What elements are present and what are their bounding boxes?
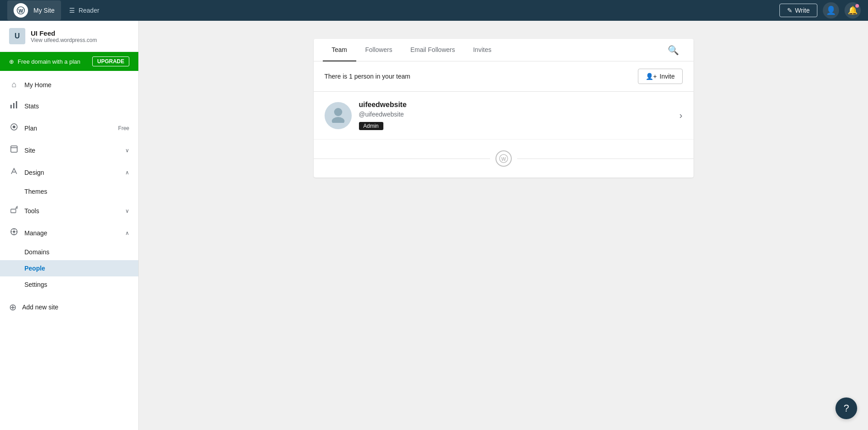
nav-reader-label: Reader — [79, 7, 99, 14]
sidebar-item-themes[interactable]: Themes — [0, 183, 138, 200]
help-button[interactable]: ? — [835, 397, 857, 419]
add-new-site[interactable]: ⊕ Add new site — [0, 296, 138, 318]
search-button[interactable]: 🔍 — [662, 39, 684, 61]
plan-badge: Free — [118, 125, 129, 131]
tools-icon — [9, 205, 19, 216]
nav-my-site[interactable]: W My Site — [7, 0, 61, 20]
footer-separator: W — [314, 140, 693, 178]
add-person-icon: 👤+ — [646, 73, 657, 80]
tab-team[interactable]: Team — [323, 39, 356, 61]
write-icon: ✎ — [787, 7, 793, 14]
help-icon: ? — [844, 402, 849, 414]
nav-reader[interactable]: ☰ Reader — [63, 4, 106, 17]
tab-invites-label: Invites — [473, 46, 491, 53]
avatar-button[interactable]: 👤 — [823, 2, 839, 19]
member-name: uifeedwebsite — [359, 101, 679, 109]
site-nav-icon — [9, 145, 19, 156]
svg-rect-9 — [11, 209, 16, 213]
sidebar-plan-label: Plan — [24, 125, 113, 132]
svg-point-17 — [332, 117, 344, 123]
sidebar-item-settings[interactable]: Settings — [0, 276, 138, 293]
domains-label: Domains — [24, 248, 49, 256]
nav-my-site-label: My Site — [33, 7, 55, 14]
sidebar: U UI Feed View uifeed.wordpress.com ⊕ Fr… — [0, 21, 139, 430]
svg-point-16 — [334, 108, 342, 116]
team-count-text: There is 1 person in your team — [325, 73, 410, 80]
member-role-badge: Admin — [359, 122, 383, 130]
upgrade-button[interactable]: UPGRADE — [92, 56, 129, 66]
top-nav-left: W My Site ☰ Reader — [7, 0, 106, 20]
manage-chevron-icon: ∧ — [125, 230, 129, 236]
avatar-person-icon — [329, 105, 347, 126]
tab-email-followers-label: Email Followers — [410, 46, 455, 53]
member-info: uifeedwebsite @uifeedwebsite Admin — [359, 101, 679, 130]
add-site-icon: ⊕ — [9, 302, 17, 313]
reader-icon: ☰ — [69, 7, 75, 14]
member-row[interactable]: uifeedwebsite @uifeedwebsite Admin › — [314, 92, 693, 140]
svg-text:W: W — [501, 156, 506, 162]
sidebar-item-site[interactable]: Site ∨ — [0, 139, 138, 161]
tools-chevron-icon: ∨ — [125, 208, 129, 214]
team-info-bar: There is 1 person in your team 👤+ Invite — [314, 61, 693, 92]
upgrade-banner-text: Free domain with a plan — [18, 58, 80, 65]
member-avatar — [325, 102, 352, 129]
svg-rect-3 — [13, 103, 14, 108]
tab-team-label: Team — [332, 46, 347, 53]
domain-icon: ⊕ — [9, 58, 14, 65]
sep-line-right — [517, 159, 693, 159]
sidebar-design-label: Design — [24, 169, 120, 176]
search-icon: 🔍 — [668, 45, 679, 55]
notification-dot — [855, 4, 859, 8]
sidebar-nav: ⌂ My Home Stats Plan Free Site ∨ — [0, 71, 138, 296]
wp-footer-icon: W — [495, 150, 512, 167]
sidebar-item-manage[interactable]: Manage ∧ — [0, 222, 138, 244]
people-label: People — [24, 265, 45, 272]
sidebar-item-people[interactable]: People — [0, 260, 138, 276]
svg-rect-2 — [10, 105, 12, 108]
tab-email-followers[interactable]: Email Followers — [401, 39, 464, 61]
write-button[interactable]: ✎ Write — [779, 4, 817, 17]
svg-point-6 — [13, 126, 15, 128]
site-name: UI Feed — [31, 29, 97, 37]
site-icon-text: U — [14, 32, 20, 40]
manage-icon — [9, 227, 19, 238]
plan-icon — [9, 122, 19, 134]
site-icon: U — [9, 28, 25, 44]
top-nav: W My Site ☰ Reader ✎ Write 👤 🔔 — [0, 0, 868, 21]
member-handle: @uifeedwebsite — [359, 111, 679, 118]
svg-rect-4 — [16, 101, 17, 108]
sidebar-item-tools[interactable]: Tools ∨ — [0, 200, 138, 222]
sidebar-item-plan[interactable]: Plan Free — [0, 117, 138, 139]
sidebar-item-domains[interactable]: Domains — [0, 244, 138, 260]
sidebar-manage-label: Manage — [24, 229, 120, 237]
wp-logo: W — [14, 3, 28, 18]
sidebar-item-design[interactable]: Design ∧ — [0, 161, 138, 183]
themes-label: Themes — [24, 188, 47, 195]
sidebar-site-label: Site — [24, 147, 120, 154]
svg-text:W: W — [19, 8, 24, 14]
main-content: Team Followers Email Followers Invites 🔍… — [139, 21, 868, 430]
avatar-icon: 👤 — [826, 5, 836, 15]
invite-button[interactable]: 👤+ Invite — [638, 69, 683, 84]
site-header[interactable]: U UI Feed View uifeed.wordpress.com — [0, 21, 138, 52]
stats-icon — [9, 100, 19, 112]
svg-point-11 — [13, 231, 15, 233]
sidebar-item-stats[interactable]: Stats — [0, 95, 138, 117]
site-chevron-icon: ∨ — [125, 147, 129, 154]
tabs-bar: Team Followers Email Followers Invites 🔍 — [314, 39, 693, 61]
site-url: View uifeed.wordpress.com — [31, 37, 97, 43]
sidebar-item-my-home[interactable]: ⌂ My Home — [0, 75, 138, 95]
upgrade-banner: ⊕ Free domain with a plan UPGRADE — [0, 52, 138, 71]
tab-followers-label: Followers — [365, 46, 392, 53]
sidebar-item-label: My Home — [24, 81, 129, 89]
site-info: UI Feed View uifeed.wordpress.com — [31, 29, 97, 43]
sidebar-tools-label: Tools — [24, 207, 120, 215]
design-chevron-icon: ∧ — [125, 169, 129, 176]
svg-rect-7 — [11, 146, 17, 152]
tab-followers[interactable]: Followers — [356, 39, 401, 61]
notifications-button[interactable]: 🔔 — [844, 2, 861, 19]
people-panel: Team Followers Email Followers Invites 🔍… — [314, 39, 693, 178]
tab-invites[interactable]: Invites — [464, 39, 500, 61]
sep-line-left — [314, 159, 490, 159]
top-nav-right: ✎ Write 👤 🔔 — [779, 2, 861, 19]
